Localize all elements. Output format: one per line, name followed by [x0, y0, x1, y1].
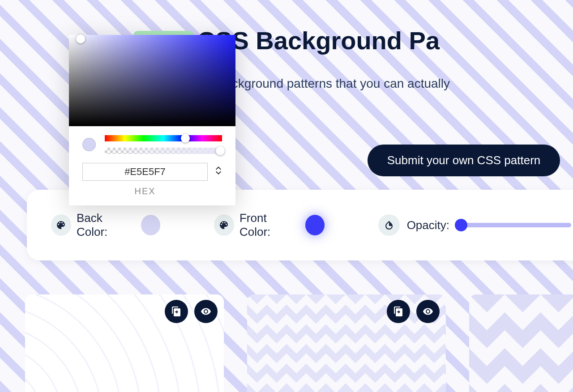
- chevron-down-icon: [215, 171, 222, 175]
- pattern-card[interactable]: [469, 294, 573, 392]
- opacity-slider[interactable]: [457, 223, 571, 227]
- palette-icon: [51, 214, 71, 236]
- clipboard-icon: [171, 306, 182, 317]
- submit-pattern-button[interactable]: Submit your own CSS pattern: [368, 145, 560, 176]
- format-label: HEX: [82, 186, 208, 196]
- copy-css-button[interactable]: [387, 300, 410, 323]
- preview-button[interactable]: [194, 300, 218, 323]
- pattern-card[interactable]: [247, 294, 446, 392]
- opacity-label: Opacity:: [407, 218, 449, 232]
- alpha-slider[interactable]: [105, 148, 222, 154]
- pattern-card[interactable]: [25, 294, 224, 392]
- patterns-grid: [25, 294, 573, 392]
- chevron-up-icon: [215, 166, 222, 170]
- copy-css-button[interactable]: [165, 300, 188, 323]
- hue-thumb[interactable]: [181, 134, 190, 143]
- current-color-preview: [82, 138, 96, 151]
- back-color-control: Back Color:: [51, 211, 160, 239]
- sv-thumb[interactable]: [76, 34, 85, 43]
- back-color-swatch[interactable]: [141, 215, 160, 235]
- opacity-slider-thumb[interactable]: [455, 219, 467, 231]
- preview-button[interactable]: [416, 300, 440, 323]
- saturation-value-area[interactable]: [69, 35, 235, 126]
- hex-input[interactable]: [82, 163, 208, 181]
- opacity-icon: [378, 214, 400, 236]
- color-picker-popover: HEX: [69, 35, 235, 205]
- eye-icon: [423, 306, 433, 317]
- clipboard-icon: [393, 306, 404, 317]
- front-color-swatch[interactable]: [305, 215, 325, 235]
- hue-slider[interactable]: [105, 135, 222, 141]
- front-color-label: Front Color:: [239, 211, 297, 239]
- eye-icon: [201, 306, 211, 317]
- back-color-label: Back Color:: [77, 211, 133, 239]
- front-color-control: Front Color:: [214, 211, 325, 239]
- format-switcher[interactable]: [215, 166, 222, 175]
- alpha-thumb[interactable]: [216, 146, 225, 155]
- palette-icon: [214, 214, 234, 236]
- opacity-control: Opacity:: [378, 214, 571, 236]
